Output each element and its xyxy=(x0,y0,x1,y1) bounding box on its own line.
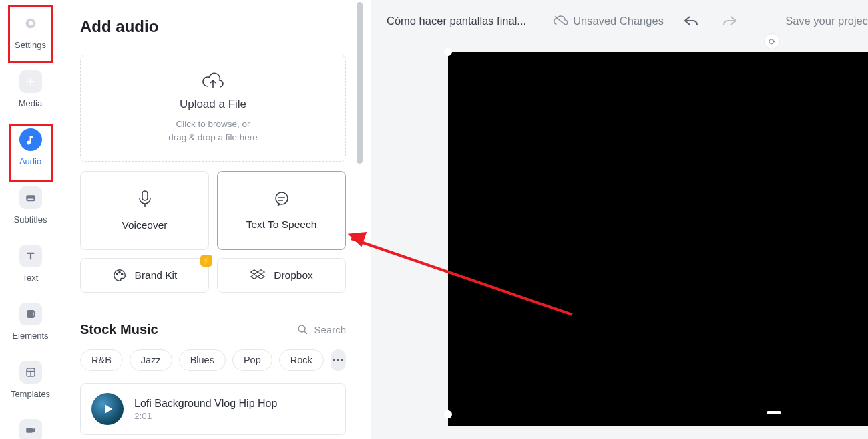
nav-audio[interactable]: Audio xyxy=(0,128,61,166)
genre-chip[interactable]: Jazz xyxy=(130,349,172,371)
nav-audio-label: Audio xyxy=(19,156,41,166)
upload-hint: Click to browse, or drag & drop a file h… xyxy=(168,118,258,144)
nav-text-label: Text xyxy=(23,273,39,283)
dropbox-icon xyxy=(250,269,266,282)
svg-point-9 xyxy=(119,271,120,273)
resize-handle-bl[interactable] xyxy=(444,410,452,418)
svg-point-14 xyxy=(341,359,343,361)
text-to-speech-card[interactable]: Text To Speech xyxy=(217,171,346,250)
genre-chips: R&B Jazz Blues Pop Rock xyxy=(80,349,346,371)
svg-point-7 xyxy=(276,192,288,204)
voiceover-label: Voiceover xyxy=(122,219,167,231)
audio-panel: Add audio Upload a File Click to browse,… xyxy=(61,0,365,439)
left-nav-rail: Settings Media Audio Subtitles Text Elem… xyxy=(0,0,61,439)
track-duration: 2:01 xyxy=(134,411,277,421)
nav-record[interactable] xyxy=(0,419,61,439)
search-icon xyxy=(297,324,308,335)
tts-label: Text To Speech xyxy=(246,218,317,231)
project-title[interactable]: Cómo hacer pantallas final... xyxy=(387,15,526,27)
nav-templates[interactable]: Templates xyxy=(0,361,61,399)
genre-chip[interactable]: Blues xyxy=(179,349,226,371)
resize-handle-bottom[interactable] xyxy=(767,411,781,414)
genre-chip[interactable]: Rock xyxy=(279,349,324,371)
video-clip[interactable] xyxy=(448,52,868,426)
svg-rect-6 xyxy=(142,191,148,200)
nav-templates-label: Templates xyxy=(11,389,50,399)
microphone-icon xyxy=(137,190,153,208)
svg-point-12 xyxy=(333,359,335,361)
svg-rect-2 xyxy=(27,199,33,200)
undo-icon xyxy=(682,14,700,27)
canvas-area[interactable] xyxy=(448,52,868,439)
resize-handle-tl[interactable] xyxy=(444,48,452,56)
undo-button[interactable] xyxy=(680,11,702,30)
music-note-icon xyxy=(19,128,42,151)
genre-chip[interactable]: Pop xyxy=(232,349,272,371)
settings-icon xyxy=(19,12,42,35)
save-status: Unsaved Changes xyxy=(553,15,664,27)
nav-subtitles-label: Subtitles xyxy=(14,214,47,225)
ellipsis-icon xyxy=(333,359,343,361)
brand-kit-card[interactable]: Brand Kit ⚡ xyxy=(80,258,209,293)
stock-search[interactable]: Search xyxy=(297,324,346,335)
brand-kit-label: Brand Kit xyxy=(135,269,178,281)
text-icon xyxy=(19,245,42,267)
nav-subtitles[interactable]: Subtitles xyxy=(0,186,61,225)
upload-dropzone[interactable]: Upload a File Click to browse, or drag &… xyxy=(80,55,346,162)
svg-point-13 xyxy=(337,359,339,361)
nav-media-label: Media xyxy=(19,98,42,108)
stock-music-heading: Stock Music xyxy=(80,322,158,337)
svg-point-10 xyxy=(121,273,122,275)
sync-icon: ⟳ xyxy=(769,37,776,47)
plus-icon xyxy=(19,70,42,93)
premium-badge-icon: ⚡ xyxy=(200,255,212,267)
upload-title: Upload a File xyxy=(180,98,246,111)
sync-indicator[interactable]: ⟳ xyxy=(764,33,780,49)
more-genres-button[interactable] xyxy=(331,349,346,371)
camera-icon xyxy=(19,419,42,439)
svg-point-0 xyxy=(28,21,32,25)
genre-chip[interactable]: R&B xyxy=(80,349,123,371)
nav-elements-label: Elements xyxy=(12,331,48,341)
svg-point-8 xyxy=(116,273,118,275)
redo-icon xyxy=(721,14,738,27)
track-title: Lofi Background Vlog Hip Hop xyxy=(134,398,277,410)
nav-settings-label: Settings xyxy=(15,40,46,50)
palette-icon xyxy=(112,268,127,283)
voiceover-card[interactable]: Voiceover xyxy=(80,171,209,250)
nav-settings[interactable]: Settings xyxy=(0,12,61,50)
templates-icon xyxy=(19,361,42,384)
speech-bubble-icon xyxy=(273,190,290,208)
dropbox-label: Dropbox xyxy=(274,269,313,281)
cloud-upload-icon xyxy=(202,72,224,91)
panel-scrollbar[interactable] xyxy=(357,2,363,164)
panel-heading: Add audio xyxy=(80,17,346,36)
save-project-prompt[interactable]: Save your projec xyxy=(785,15,868,27)
svg-point-11 xyxy=(299,325,306,332)
subtitles-icon xyxy=(19,186,42,209)
svg-rect-1 xyxy=(26,195,35,201)
elements-icon xyxy=(19,303,42,325)
editor-topbar: Cómo hacer pantallas final... Unsaved Ch… xyxy=(371,0,868,41)
nav-elements[interactable]: Elements xyxy=(0,303,61,341)
search-label: Search xyxy=(314,324,346,335)
cloud-off-icon xyxy=(553,15,568,27)
nav-media[interactable]: Media xyxy=(0,70,61,108)
svg-rect-5 xyxy=(26,428,33,433)
editor-stage: Cómo hacer pantallas final... Unsaved Ch… xyxy=(371,0,868,439)
dropbox-card[interactable]: Dropbox xyxy=(217,258,346,293)
nav-text[interactable]: Text xyxy=(0,245,61,283)
redo-button[interactable] xyxy=(718,11,741,30)
track-play-icon[interactable] xyxy=(91,393,124,425)
stock-track[interactable]: Lofi Background Vlog Hip Hop 2:01 xyxy=(80,383,346,435)
